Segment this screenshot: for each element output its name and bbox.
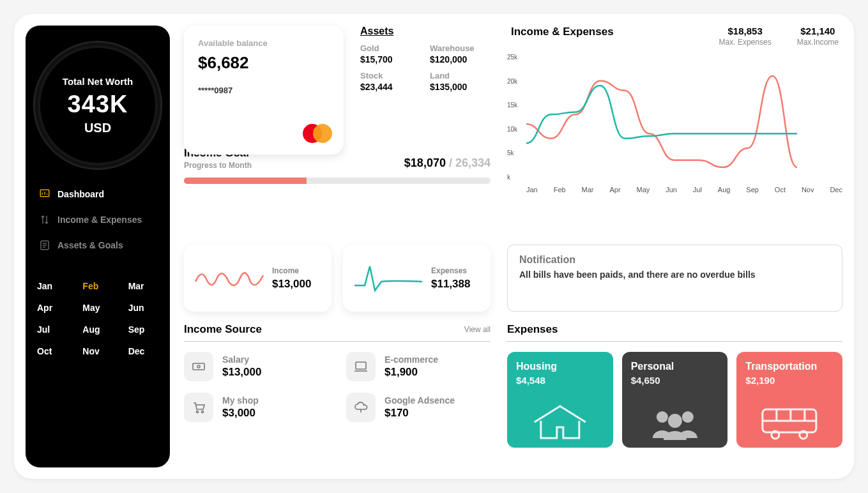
nav-assets-goals[interactable]: Assets & Goals xyxy=(38,239,157,252)
income-source-title: Income Source xyxy=(184,323,262,336)
month-mar[interactable]: Mar xyxy=(128,281,158,291)
laptop-icon xyxy=(346,352,376,381)
month-jun[interactable]: Jun xyxy=(128,303,158,313)
balance-assets-row: Available balance $6,682 *****0987 Asset… xyxy=(184,26,491,155)
mini-expenses-value: $11,388 xyxy=(431,278,470,291)
assets-block: Assets Gold$15,700 Warehouse$120,000 Sto… xyxy=(360,26,491,155)
asset-item: Warehouse$120,000 xyxy=(430,43,491,64)
money-icon xyxy=(184,352,213,381)
net-worth-label: Total Net Worth xyxy=(63,76,133,87)
source-item[interactable]: Google Adsence$170 xyxy=(346,393,491,422)
month-aug[interactable]: Aug xyxy=(82,324,112,335)
house-icon xyxy=(515,403,605,441)
max-expenses-stat: $18,853Max. Expenses xyxy=(719,26,772,47)
svg-text:20k: 20k xyxy=(507,78,518,85)
svg-point-12 xyxy=(202,411,204,413)
month-grid: Jan Feb Mar Apr May Jun Jul Aug Sep Oct … xyxy=(37,281,158,356)
nav-dashboard-label: Dashboard xyxy=(57,189,104,199)
svg-text:5k: 5k xyxy=(507,149,515,156)
mastercard-icon xyxy=(303,124,332,146)
svg-rect-8 xyxy=(193,363,204,370)
svg-point-15 xyxy=(668,414,682,428)
net-worth-widget: Total Net Worth 343K USD xyxy=(37,45,158,166)
chart-body: k5k10k15k20k25k JanFebMarAprMayJunJulAug… xyxy=(507,53,842,193)
month-sep[interactable]: Sep xyxy=(128,324,158,335)
expense-card-housing[interactable]: Housing $4,548 xyxy=(507,352,613,448)
svg-text:10k: 10k xyxy=(507,126,518,133)
income-source-section: Income Source View all Salary$13,000 E-c… xyxy=(184,323,491,467)
month-oct[interactable]: Oct xyxy=(37,346,67,356)
mini-expenses-label: Expenses xyxy=(431,266,470,275)
cart-icon xyxy=(184,393,213,422)
svg-point-14 xyxy=(682,411,694,423)
svg-point-11 xyxy=(197,411,199,413)
nav-income-expenses-label: Income & Expenses xyxy=(57,215,142,225)
chart-title: Income & Expenses xyxy=(511,26,614,38)
notification-panel: Notification All bills have been paids, … xyxy=(507,245,842,312)
month-nov[interactable]: Nov xyxy=(82,346,112,356)
balance-card[interactable]: Available balance $6,682 *****0987 xyxy=(184,26,344,155)
mini-income-card[interactable]: Income$13,000 xyxy=(184,245,331,312)
mini-income-label: Income xyxy=(272,266,311,275)
asset-item: Stock$23,444 xyxy=(360,71,421,92)
nav-assets-goals-label: Assets & Goals xyxy=(57,240,123,250)
balance-label: Available balance xyxy=(198,38,330,48)
month-feb[interactable]: Feb xyxy=(82,281,112,291)
notification-message: All bills have been paids, and there are… xyxy=(519,269,830,280)
cloud-icon xyxy=(346,393,376,422)
sidebar: Total Net Worth 343K USD Dashboard Incom… xyxy=(26,26,170,467)
assets-title: Assets xyxy=(360,26,491,37)
expense-card-transport[interactable]: Transportation $2,190 xyxy=(736,352,842,448)
svg-text:25k: 25k xyxy=(507,54,518,61)
income-goal-values: $18,070 / 26,334 xyxy=(404,156,491,170)
asset-item: Land$135,000 xyxy=(430,71,491,92)
arrows-icon xyxy=(38,213,51,226)
source-item[interactable]: E-commerce$1,900 xyxy=(346,352,491,381)
expense-card-personal[interactable]: Personal $4,650 xyxy=(622,352,728,448)
net-worth-currency: USD xyxy=(84,121,111,135)
source-item[interactable]: Salary$13,000 xyxy=(184,352,328,381)
mini-cards-row: Income$13,000 Expenses$11,388 xyxy=(184,245,491,312)
svg-point-9 xyxy=(197,365,200,368)
month-jan[interactable]: Jan xyxy=(37,281,67,291)
svg-rect-10 xyxy=(356,362,366,369)
income-goal-progress xyxy=(184,178,491,184)
app-frame: Total Net Worth 343K USD Dashboard Incom… xyxy=(14,14,854,479)
income-goal-subtitle: Progress to Month xyxy=(184,161,252,170)
svg-text:k: k xyxy=(507,174,511,181)
people-icon xyxy=(630,403,720,441)
balance-value: $6,682 xyxy=(198,53,330,73)
notification-title: Notification xyxy=(519,254,830,266)
source-item[interactable]: My shop$3,000 xyxy=(184,393,328,422)
expenses-title: Expenses xyxy=(507,323,558,336)
month-apr[interactable]: Apr xyxy=(37,303,67,313)
list-icon xyxy=(38,239,51,252)
dashboard-icon xyxy=(38,188,51,201)
view-all-link[interactable]: View all xyxy=(464,325,491,334)
mini-expenses-card[interactable]: Expenses$11,388 xyxy=(343,245,491,312)
income-spark-icon xyxy=(194,262,264,294)
asset-item: Gold$15,700 xyxy=(360,43,421,64)
max-income-stat: $21,140Max.Income xyxy=(797,26,839,47)
svg-point-13 xyxy=(657,411,668,423)
balance-masked: *****0987 xyxy=(198,86,330,95)
bus-icon xyxy=(744,403,835,441)
month-jul[interactable]: Jul xyxy=(37,324,67,335)
expenses-section: Expenses Housing $4,548 Personal $4,650 … xyxy=(507,323,842,467)
income-goal: Income Goal Progress to Month $18,070 / … xyxy=(184,166,491,233)
month-dec[interactable]: Dec xyxy=(128,346,158,356)
nav-dashboard[interactable]: Dashboard xyxy=(38,188,157,201)
month-may[interactable]: May xyxy=(82,303,112,313)
mini-income-value: $13,000 xyxy=(272,278,311,291)
svg-text:15k: 15k xyxy=(507,102,518,109)
nav-income-expenses[interactable]: Income & Expenses xyxy=(38,213,157,226)
net-worth-value: 343K xyxy=(68,91,128,118)
income-expenses-chart: Income & Expenses $18,853Max. Expenses $… xyxy=(507,26,842,233)
expenses-spark-icon xyxy=(353,262,423,294)
main-area: Available balance $6,682 *****0987 Asset… xyxy=(184,26,842,467)
